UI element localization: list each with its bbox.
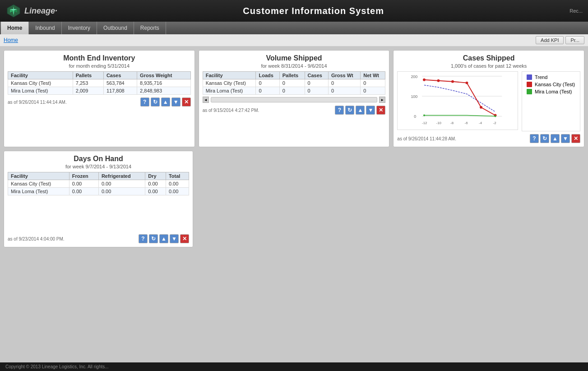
doh-col-facility: Facility [8, 172, 69, 180]
vs-col-cases: Cases [305, 72, 328, 79]
scroll-left-button[interactable]: ◄ [203, 97, 209, 103]
volume-shipped-subtitle: for week 8/31/2014 - 9/6/2014 [203, 63, 386, 69]
kpi-top-row: Month End Inventory for month ending 5/3… [4, 50, 584, 147]
print-button[interactable]: Pr... [565, 36, 584, 44]
vs-refresh-button[interactable]: ↻ [345, 106, 354, 115]
doh-close-button[interactable]: ✕ [180, 234, 189, 243]
vs-loads-1: 0 [256, 79, 279, 87]
vs-netwt-2: 0 [361, 87, 385, 95]
cs-close-button[interactable]: ✕ [571, 134, 580, 143]
mei-gw-2: 2,848,983 [137, 87, 191, 95]
vs-pallets-1: 0 [279, 79, 305, 87]
cs-timestamp: as of 9/26/2014 11:44:28 AM. [397, 136, 456, 141]
vs-cases-2: 0 [305, 87, 328, 95]
vs-down-button[interactable]: ▼ [366, 106, 375, 115]
breadcrumb-home-link[interactable]: Home [4, 37, 18, 43]
nav-item-home[interactable]: Home [1, 22, 29, 34]
vs-col-pallets: Pallets [279, 72, 305, 79]
mei-refresh-button[interactable]: ↻ [151, 97, 160, 107]
doh-help-button[interactable]: ? [139, 234, 148, 243]
mei-col-gross-weight: Gross Weight [137, 72, 191, 79]
svg-text:-2: -2 [493, 121, 496, 125]
table-row: Kansas City (Test) 7,253 563,784 8,935,7… [8, 79, 191, 87]
mei-pallets-1: 7,253 [73, 79, 103, 87]
nav-item-inbound[interactable]: Inbound [29, 22, 61, 34]
legend-trend-color [527, 74, 532, 80]
mei-cases-2: 117,808 [103, 87, 137, 95]
cases-shipped-title: Cases Shipped [397, 54, 580, 62]
doh-timestamp: as of 9/23/2014 4:04:00 PM. [8, 237, 65, 241]
doh-refresh-button[interactable]: ↻ [149, 234, 158, 243]
doh-col-frozen: Frozen [69, 172, 98, 180]
nav-item-reports[interactable]: Reports [134, 22, 166, 34]
doh-down-button[interactable]: ▼ [170, 234, 179, 243]
legend-trend: Trend [527, 74, 575, 80]
volume-shipped-scroll-area[interactable]: Facility Loads Pallets Cases Gross Wt Ne… [203, 71, 386, 95]
cases-chart-area: 200 100 0 -12 -10 -8 -6 -4 -2 [397, 71, 580, 131]
mei-col-pallets: Pallets [73, 72, 103, 79]
svg-point-19 [451, 80, 454, 83]
footer: Copyright © 2013 Lineage Logistics, Inc.… [0, 362, 588, 371]
mei-up-button[interactable]: ▲ [161, 97, 170, 107]
svg-point-18 [437, 79, 440, 82]
svg-text:-6: -6 [465, 121, 468, 125]
svg-point-20 [466, 82, 468, 84]
nav-item-outbound[interactable]: Outbound [97, 22, 134, 34]
svg-text:-10: -10 [436, 121, 442, 125]
legend-kc-label: Kansas City (Test) [535, 82, 575, 87]
legend-ml: Mira Loma (Test) [527, 89, 575, 94]
nav-item-inventory[interactable]: Inventory [62, 22, 97, 34]
doh-up-button[interactable]: ▲ [159, 234, 168, 243]
mei-pallets-2: 2,009 [73, 87, 103, 95]
cs-down-button[interactable]: ▼ [561, 134, 570, 143]
mei-col-facility: Facility [8, 72, 73, 79]
scroll-right-button[interactable]: ► [379, 97, 385, 103]
days-on-hand-subtitle: for week 9/7/2014 - 9/13/2014 [8, 164, 189, 169]
mei-help-button[interactable]: ? [140, 97, 149, 107]
month-end-inventory-footer: as of 9/26/2014 11:44:14 AM. ? ↻ ▲ ▼ ✕ [8, 97, 191, 107]
cs-up-button[interactable]: ▲ [551, 134, 560, 143]
logo-area: Lineage· [5, 3, 57, 19]
svg-text:-12: -12 [422, 121, 427, 125]
doh-total-2: 0.00 [166, 188, 189, 195]
vs-col-loads: Loads [256, 72, 279, 79]
doh-frozen-1: 0.00 [69, 180, 98, 188]
vs-timestamp: as of 9/15/2014 4:27:42 PM. [203, 108, 259, 113]
vs-help-button[interactable]: ? [335, 106, 344, 115]
volume-shipped-title: Volume Shipped [203, 54, 386, 62]
svg-text:100: 100 [411, 94, 418, 99]
vs-pallets-2: 0 [279, 87, 305, 95]
doh-dry-1: 0.00 [145, 180, 166, 188]
footer-copyright: Copyright © 2013 Lineage Logistics, Inc.… [5, 364, 109, 369]
volume-shipped-scrollbar[interactable]: ◄ ► [203, 97, 386, 103]
breadcrumb-actions: Add KPI Pr... [536, 36, 584, 44]
legend-kc: Kansas City (Test) [527, 82, 575, 87]
empty-space [199, 151, 584, 247]
scroll-track[interactable] [211, 97, 378, 102]
vs-facility-2: Mira Loma (Test) [203, 87, 256, 95]
doh-facility-2: Mira Loma (Test) [8, 188, 69, 195]
vs-netwt-1: 0 [361, 79, 385, 87]
mei-facility-2: Mira Loma (Test) [8, 87, 73, 95]
table-row: Mira Loma (Test) 0 0 0 0 0 [203, 87, 385, 95]
add-kpi-button[interactable]: Add KPI [536, 36, 564, 44]
mei-close-button[interactable]: ✕ [182, 97, 191, 107]
vs-col-net-wt: Net Wt [361, 72, 385, 79]
vs-up-button[interactable]: ▲ [356, 106, 365, 115]
days-on-hand-table: Facility Frozen Refrigerated Dry Total K… [8, 172, 189, 195]
volume-shipped-card: Volume Shipped for week 8/31/2014 - 9/6/… [199, 50, 390, 147]
cs-help-button[interactable]: ? [530, 134, 539, 143]
app-title: Customer Information System [57, 6, 569, 16]
mei-down-button[interactable]: ▼ [171, 97, 181, 107]
header-right-text: Rec... [569, 8, 583, 14]
vs-facility-1: Kansas City (Test) [203, 79, 256, 87]
cs-refresh-button[interactable]: ↻ [540, 134, 549, 143]
days-on-hand-card: Days On Hand for week 9/7/2014 - 9/13/20… [4, 151, 193, 247]
header: Lineage· Customer Information System Rec… [0, 0, 588, 22]
table-row: Mira Loma (Test) 0.00 0.00 0.00 0.00 [8, 188, 189, 195]
vs-close-button[interactable]: ✕ [376, 106, 385, 115]
volume-shipped-footer: as of 9/15/2014 4:27:42 PM. ? ↻ ▲ ▼ ✕ [203, 106, 386, 115]
svg-text:-4: -4 [479, 121, 482, 125]
navbar: Home Inbound Inventory Outbound Reports [0, 22, 588, 34]
svg-text:-8: -8 [450, 121, 454, 125]
